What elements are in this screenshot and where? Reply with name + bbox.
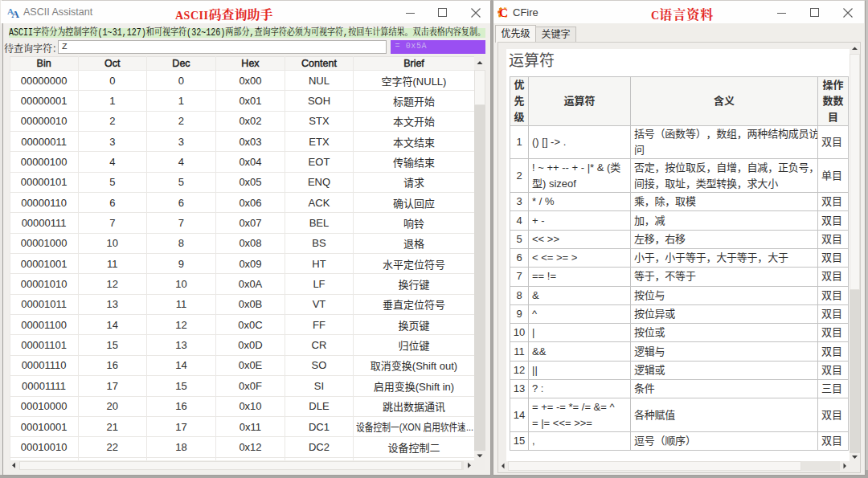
svg-text:A: A	[11, 8, 19, 18]
svg-text:C: C	[499, 6, 508, 18]
